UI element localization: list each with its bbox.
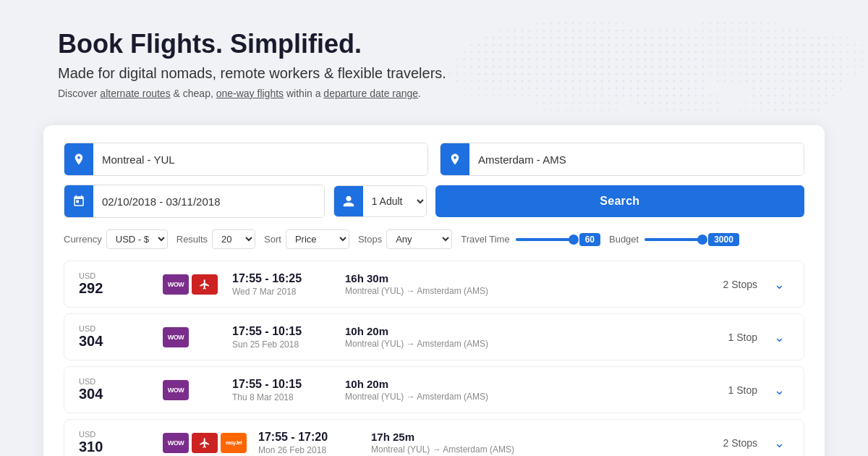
results-select[interactable]: 20 50 100 bbox=[212, 229, 255, 249]
origin-input[interactable] bbox=[93, 143, 427, 175]
expand-button-4[interactable]: ⌄ bbox=[769, 433, 789, 453]
origin-location-icon bbox=[64, 143, 93, 175]
date-range-input[interactable] bbox=[93, 185, 324, 217]
route-label-3: Montreal (YUL) → Amsterdam (AMS) bbox=[345, 392, 488, 402]
duration-label-3: 10h 20m bbox=[345, 378, 488, 390]
airline-logos-3: WOW bbox=[163, 380, 221, 400]
currency-label-1: USD bbox=[79, 271, 151, 280]
wow-badge-1: WOW bbox=[163, 274, 189, 295]
currency-filter: Currency USD - $ EUR - € bbox=[64, 229, 168, 249]
sort-select[interactable]: Price Duration Stops bbox=[286, 229, 349, 249]
plane-badge-1 bbox=[192, 274, 218, 295]
expand-button-3[interactable]: ⌄ bbox=[769, 380, 789, 400]
search-row-2: 1 Adult 2 Adults 3 Adults Search bbox=[64, 185, 804, 218]
flight-list: USD 292 WOW 17:55 - 16:25 Wed 7 Mar 2018… bbox=[64, 261, 804, 456]
duration-label-4: 17h 25m bbox=[371, 431, 514, 443]
currency-select[interactable]: USD - $ EUR - € bbox=[106, 229, 168, 249]
budget-label: Budget bbox=[609, 234, 639, 245]
flight-duration-2: 10h 20m Montreal (YUL) → Amsterdam (AMS) bbox=[345, 325, 488, 349]
price-amount-3: 304 bbox=[79, 386, 151, 402]
flight-duration-3: 10h 20m Montreal (YUL) → Amsterdam (AMS) bbox=[345, 378, 488, 402]
search-button[interactable]: Search bbox=[435, 185, 804, 217]
flight-date-4: Mon 26 Feb 2018 bbox=[258, 445, 359, 455]
hero-title: Book Flights. Simplified. bbox=[58, 29, 810, 59]
sort-filter: Sort Price Duration Stops bbox=[264, 229, 349, 249]
passengers-select[interactable]: 1 Adult 2 Adults 3 Adults bbox=[363, 185, 426, 217]
wow-badge-2: WOW bbox=[163, 327, 189, 347]
time-range-2: 17:55 - 10:15 bbox=[232, 325, 333, 338]
flight-price-2: USD 304 bbox=[79, 324, 151, 350]
flight-duration-1: 16h 30m Montreal (YUL) → Amsterdam (AMS) bbox=[345, 272, 488, 296]
budget-group: Budget 3000 bbox=[609, 233, 739, 246]
price-amount-1: 292 bbox=[79, 280, 151, 297]
expand-button-2[interactable]: ⌄ bbox=[769, 327, 789, 347]
airline-logos-2: WOW bbox=[163, 327, 221, 347]
flight-times-4: 17:55 - 17:20 Mon 26 Feb 2018 bbox=[258, 431, 359, 455]
travel-time-group: Travel Time 60 bbox=[461, 233, 600, 246]
currency-label-2: USD bbox=[79, 324, 151, 333]
flight-stops-2: 1 Stop bbox=[699, 332, 757, 343]
destination-input-wrap bbox=[440, 143, 804, 176]
hero-description: Discover alternate routes & cheap, one-w… bbox=[58, 88, 810, 99]
flight-price-3: USD 304 bbox=[79, 377, 151, 402]
expand-button-1[interactable]: ⌄ bbox=[769, 274, 789, 295]
travel-time-track[interactable] bbox=[516, 238, 574, 241]
flight-price-4: USD 310 bbox=[79, 430, 151, 455]
search-row-1 bbox=[64, 143, 804, 176]
airline-logos-1: WOW bbox=[163, 274, 221, 295]
person-svg bbox=[342, 195, 355, 208]
one-way-flights-link[interactable]: one-way flights bbox=[216, 88, 284, 99]
calendar-svg bbox=[72, 195, 85, 208]
travel-time-label: Travel Time bbox=[461, 234, 509, 245]
passenger-wrap: 1 Adult 2 Adults 3 Adults bbox=[333, 185, 427, 217]
page-wrapper: Book Flights. Simplified. Made for digit… bbox=[0, 0, 868, 456]
stops-filter: Stops Any Non-stop 1 Stop bbox=[358, 229, 452, 249]
flight-date-1: Wed 7 Mar 2018 bbox=[232, 287, 333, 297]
flight-stops-3: 1 Stop bbox=[699, 384, 757, 396]
flight-row-4[interactable]: USD 310 WOW easyJet 17:55 - 17:20 Mon 26… bbox=[64, 419, 804, 456]
airline-logos-4: WOW easyJet bbox=[163, 433, 247, 453]
search-card: 1 Adult 2 Adults 3 Adults Search Currenc… bbox=[43, 125, 825, 456]
hero-section: Book Flights. Simplified. Made for digit… bbox=[0, 0, 868, 114]
passenger-icon bbox=[334, 185, 363, 217]
sort-label: Sort bbox=[264, 234, 281, 245]
flight-date-2: Sun 25 Feb 2018 bbox=[232, 339, 333, 350]
results-label: Results bbox=[176, 234, 208, 245]
flight-times-3: 17:55 - 10:15 Thu 8 Mar 2018 bbox=[232, 378, 333, 402]
flight-row[interactable]: USD 292 WOW 17:55 - 16:25 Wed 7 Mar 2018… bbox=[64, 261, 804, 308]
filters-row: Currency USD - $ EUR - € Results 20 50 1… bbox=[64, 229, 804, 249]
wow-badge-3: WOW bbox=[163, 380, 189, 400]
flight-duration-4: 17h 25m Montreal (YUL) → Amsterdam (AMS) bbox=[371, 431, 514, 455]
pin-icon bbox=[72, 153, 85, 166]
budget-track[interactable] bbox=[644, 238, 702, 241]
flight-times-2: 17:55 - 10:15 Sun 25 Feb 2018 bbox=[232, 325, 333, 350]
departure-date-range-link[interactable]: departure date range bbox=[323, 88, 418, 99]
pin-icon-dest bbox=[448, 153, 461, 166]
time-range-1: 17:55 - 16:25 bbox=[232, 272, 333, 285]
calendar-icon bbox=[64, 185, 93, 217]
date-input-wrap bbox=[64, 185, 325, 218]
flight-row-2[interactable]: USD 304 WOW 17:55 - 10:15 Sun 25 Feb 201… bbox=[64, 313, 804, 360]
route-label-4: Montreal (YUL) → Amsterdam (AMS) bbox=[371, 444, 514, 455]
flight-date-3: Thu 8 Mar 2018 bbox=[232, 392, 333, 402]
route-label-2: Montreal (YUL) → Amsterdam (AMS) bbox=[345, 339, 488, 349]
flight-stops-1: 2 Stops bbox=[699, 279, 757, 290]
time-range-3: 17:55 - 10:15 bbox=[232, 378, 333, 391]
stops-select[interactable]: Any Non-stop 1 Stop bbox=[386, 229, 452, 249]
price-amount-4: 310 bbox=[79, 439, 151, 455]
origin-input-wrap bbox=[64, 143, 428, 176]
route-label-1: Montreal (YUL) → Amsterdam (AMS) bbox=[345, 286, 488, 296]
price-amount-2: 304 bbox=[79, 333, 151, 350]
alternate-routes-link[interactable]: alternate routes bbox=[100, 88, 170, 99]
wow-badge-4: WOW bbox=[163, 433, 189, 453]
currency-label: Currency bbox=[64, 234, 102, 245]
results-filter: Results 20 50 100 bbox=[176, 229, 255, 249]
currency-label-3: USD bbox=[79, 377, 151, 386]
hero-subtitle: Made for digital nomads, remote workers … bbox=[58, 65, 810, 82]
flight-stops-4: 2 Stops bbox=[699, 437, 757, 449]
plane-badge-4 bbox=[192, 433, 218, 453]
flight-times-1: 17:55 - 16:25 Wed 7 Mar 2018 bbox=[232, 272, 333, 297]
destination-input[interactable] bbox=[469, 143, 804, 175]
destination-location-icon bbox=[441, 143, 469, 175]
flight-row-3[interactable]: USD 304 WOW 17:55 - 10:15 Thu 8 Mar 2018… bbox=[64, 366, 804, 413]
